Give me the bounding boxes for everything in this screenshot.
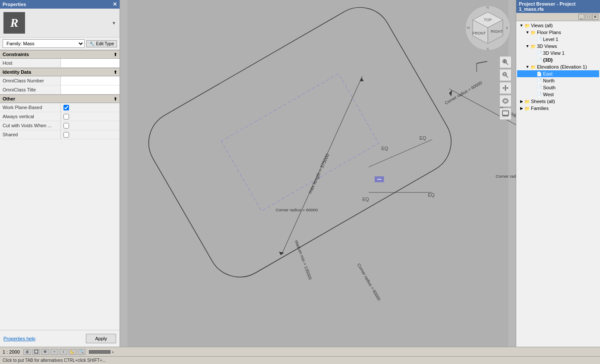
tree-toggle-sheets_all[interactable]: ▶ [519,99,524,104]
other-section-header[interactable]: Other ⬆ [0,94,120,103]
identity-data-label: Identity Data [3,69,31,75]
omniclass-title-label: OmniClass Title [0,86,60,93]
shared-checkbox[interactable] [63,132,69,138]
tree-toggle-floor_plans[interactable]: ▼ [525,30,530,35]
browser-tree[interactable]: ▼📁Views (all)▼📁Floor Plans📄Level 1▼📁3D V… [516,21,600,347]
shared-row: Shared [0,130,120,139]
tree-item-north[interactable]: 📄North [517,77,599,84]
zoom-button[interactable] [499,56,512,68]
svg-rect-39 [502,111,508,115]
family-select[interactable]: Family: Mass [3,39,85,48]
status-icon-2[interactable]: 🔲 [32,349,40,355]
eq3-label: EQ [362,197,369,202]
work-plane-based-label: Work Plane-Based [0,104,60,111]
tree-item-east[interactable]: 📄East [517,70,599,77]
tree-item-west[interactable]: 📄West [517,91,599,98]
drawing-svg: max length = 375000 max width = 255000 C… [120,0,516,347]
scroll-arrow[interactable]: › [112,349,114,355]
apply-button[interactable]: Apply [86,334,116,343]
tree-item-floor_plans[interactable]: ▼📁Floor Plans [517,29,599,36]
project-browser: Project Browser - Project 1_mass.rfa _ □… [516,0,600,347]
tree-item-families[interactable]: ▶📁Families [517,105,599,112]
tree-item-3d_view_1[interactable]: 📄3D View 1 [517,50,599,56]
status-icon-1[interactable]: 🖨 [23,349,31,355]
tree-item-3d_bold[interactable]: 📄{3D} [517,56,599,63]
view-cube[interactable]: TOP RIGHT FRONT N E S W [464,4,512,52]
svg-text:FRONT: FRONT [473,31,486,35]
tree-item-sheets_all[interactable]: ▶📁Sheets (all) [517,98,599,105]
status-icon-5[interactable]: ↕ [60,349,67,355]
tree-item-south[interactable]: 📄South [517,84,599,91]
tree-toggle-3d_bold[interactable] [531,57,536,63]
tree-toggle-3d_view_1[interactable] [531,50,536,56]
tree-item-level_1[interactable]: 📄Level 1 [517,36,599,43]
tree-toggle-east[interactable] [531,71,536,76]
omniclass-title-input[interactable] [63,86,118,91]
status-icon-6[interactable]: 📐 [69,349,76,355]
omniclass-number-input[interactable] [63,77,118,82]
tree-toggle-views_all[interactable]: ▼ [519,23,524,28]
tree-toggle-level_1[interactable] [531,37,536,42]
always-vertical-checkbox[interactable] [63,114,69,119]
zoom-out-button[interactable] [499,69,512,81]
tree-toggle-north[interactable] [531,78,536,83]
svg-text:W: W [467,26,470,30]
cut-with-voids-checkbox[interactable] [63,123,69,129]
tree-toggle-elevations[interactable]: ▼ [525,64,530,69]
tree-label-south: South [543,85,556,90]
tree-icon-sheets_all: 📁 [524,98,530,104]
tree-toggle-3d_views[interactable]: ▼ [525,44,530,49]
tree-item-3d_views[interactable]: ▼📁3D Views [517,43,599,50]
identity-data-section-header[interactable]: Identity Data ⬆ [0,68,120,76]
tree-icon-floor_plans: 📁 [530,29,536,35]
tree-label-families: Families [531,106,549,111]
svg-text:E: E [506,26,508,30]
bottom-hint-bar: Click to put TAB for alternatives CTRL+c… [0,356,600,364]
tree-label-3d_bold: {3D} [543,57,553,63]
eq4-label: EQ [428,192,435,198]
tree-toggle-south[interactable] [531,85,536,90]
scale-label: 1 : 2000 [3,349,20,355]
svg-line-31 [506,75,508,78]
properties-close-button[interactable]: ✕ [113,1,117,7]
center-marker [375,176,384,182]
work-plane-based-row: Work Plane-Based [0,103,120,112]
status-icon-4[interactable]: ↔ [51,349,58,355]
host-value [60,59,120,67]
tree-icon-3d_view_1: 📄 [536,50,542,56]
view-settings-button[interactable] [499,108,512,120]
other-arrow: ⬆ [114,97,117,101]
svg-text:N: N [486,6,489,9]
main-viewport[interactable]: max length = 375000 max width = 255000 C… [120,0,516,347]
omniclass-title-row: OmniClass Title [0,85,120,94]
status-icon-3[interactable]: ⚙ [41,349,49,355]
tree-toggle-families[interactable]: ▶ [519,106,524,111]
tree-toggle-west[interactable] [531,92,536,97]
edit-type-button[interactable]: 🔧 Edit Type [86,40,117,47]
family-row: Family: Mass 🔧 Edit Type [0,38,120,50]
eq2-label: EQ [420,135,426,141]
tree-icon-3d_bold: 📄 [536,57,542,63]
properties-help-link[interactable]: Properties help [3,336,35,341]
revit-logo-arrow[interactable]: ▼ [112,21,116,25]
host-input[interactable] [63,60,118,65]
cut-with-voids-row: Cut with Voids When ... [0,121,120,130]
omniclass-number-value [60,76,120,85]
svg-marker-36 [507,87,508,89]
shared-value [60,130,120,139]
tree-label-3d_view_1: 3D View 1 [543,50,565,56]
tree-item-views_all[interactable]: ▼📁Views (all) [517,22,599,29]
pan-button[interactable] [499,82,512,94]
browser-restore-button[interactable]: □ [585,14,591,20]
status-icon-7[interactable]: 🔍 [78,349,85,355]
work-plane-based-checkbox[interactable] [63,105,69,110]
corner-radius-right-label: Corner radius = 60000 [496,174,516,179]
properties-title-bar: Properties ✕ [0,0,120,9]
tree-item-elevations[interactable]: ▼📁Elevations (Elevation 1) [517,63,599,70]
constraints-section-header[interactable]: Constraints ⬆ [0,50,120,59]
properties-title: Properties [3,2,26,7]
browser-close-button[interactable]: ✕ [592,14,598,20]
svg-text:RIGHT: RIGHT [491,29,503,34]
browser-minimize-button[interactable]: _ [578,14,584,20]
orbit-button[interactable] [499,95,512,107]
